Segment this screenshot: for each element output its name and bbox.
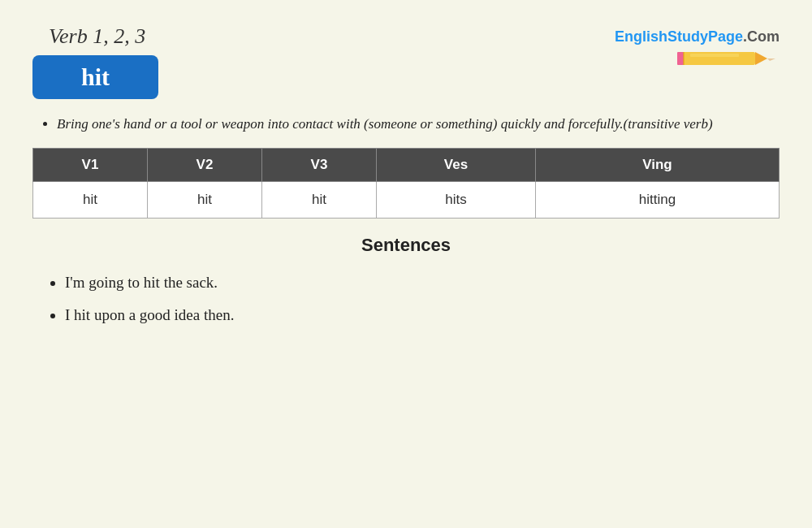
page-container: Verb 1, 2, 3 hit EnglishStudyPage.Com (0, 0, 812, 528)
svg-rect-3 (677, 52, 684, 65)
svg-marker-2 (767, 58, 775, 61)
table-header-ving: Ving (536, 148, 780, 181)
svg-rect-5 (690, 54, 739, 57)
table-header-row: V1 V2 V3 Ves Ving (33, 148, 780, 181)
verb-title-area: Verb 1, 2, 3 hit (32, 24, 158, 99)
table-cell-v2: hit (147, 181, 261, 218)
header: Verb 1, 2, 3 hit EnglishStudyPage.Com (32, 24, 780, 99)
definition-area: Bring one's hand or a tool or weapon int… (32, 114, 780, 135)
sentence-item-1: I'm going to hit the sack. (65, 269, 780, 296)
definition-text: Bring one's hand or a tool or weapon int… (57, 116, 713, 132)
table-header-ves: Ves (376, 148, 535, 181)
pencil-icon (674, 45, 780, 71)
brand-study: Study (667, 28, 708, 45)
table-header-v2: V2 (147, 148, 261, 181)
sentences-list: I'm going to hit the sack. I hit upon a … (32, 269, 780, 329)
table-header-v1: V1 (33, 148, 148, 181)
sentence-item-2: I hit upon a good idea then. (65, 301, 780, 329)
verb-table: V1 V2 V3 Ves Ving hit hit hit hits hitti… (32, 148, 780, 219)
table-cell-v3: hit (261, 181, 376, 218)
table-cell-ving: hitting (536, 181, 780, 218)
brand-english: English (615, 28, 667, 45)
verb-badge: hit (32, 55, 158, 99)
table-row: hit hit hit hits hitting (33, 181, 780, 218)
table-cell-v1: hit (33, 181, 148, 218)
verb-label: Verb 1, 2, 3 (49, 24, 145, 49)
table-cell-ves: hits (376, 181, 535, 218)
svg-marker-1 (755, 52, 767, 65)
brand-area: EnglishStudyPage.Com (615, 28, 780, 71)
brand-dot-com: .Com (743, 28, 780, 45)
table-header-v3: V3 (261, 148, 376, 181)
brand-text: EnglishStudyPage.Com (615, 28, 780, 45)
brand-page: Page (708, 28, 743, 45)
sentences-title: Sentences (32, 235, 780, 256)
